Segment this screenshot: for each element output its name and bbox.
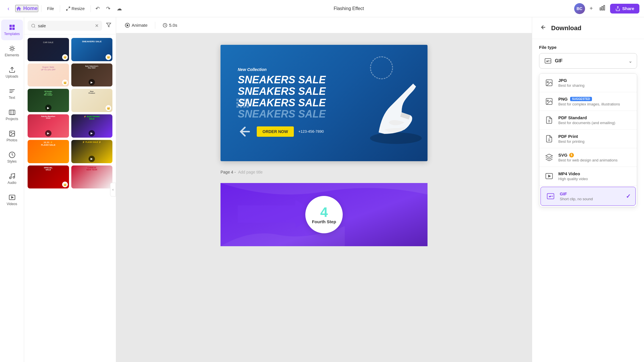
template-thumb-11[interactable]: SPECIALSALE 👑 (28, 165, 69, 189)
page-title-input[interactable]: Add page title (238, 170, 263, 174)
jpg-option-icon (544, 78, 554, 88)
download-body: File type GIF ⌄ JPG Best for sharing (532, 39, 644, 217)
sidebar-photos-label: Photos (7, 138, 17, 142)
play-btn-7[interactable]: ▶ (45, 130, 51, 136)
search-input[interactable] (38, 23, 93, 28)
projects-icon (9, 109, 16, 116)
sneakers-line1: SNEAKERS SALE (238, 74, 326, 86)
back-nav-button[interactable]: ‹ (5, 3, 12, 14)
videos-icon (9, 194, 16, 201)
filetype-option-jpg[interactable]: JPG Best for sharing (539, 74, 637, 92)
order-now-button[interactable]: ORDER NOW (257, 126, 294, 137)
mp4-option-icon (544, 171, 554, 181)
filetype-option-mp4[interactable]: MP4 Video High quality video (539, 167, 637, 186)
mp4-desc: High quality video (558, 177, 632, 181)
templates-icon (9, 24, 16, 31)
filetype-option-pdf-standard[interactable]: PDF Standard Best for documents (and ema… (539, 111, 637, 130)
topbar-divider (41, 5, 41, 12)
template-thumb-7[interactable]: Raksha BandhanSALE ▶ (28, 114, 69, 138)
uploads-icon (9, 66, 16, 73)
sidebar-item-elements[interactable]: Elements (1, 41, 23, 61)
clock-icon (163, 23, 167, 28)
pdf-print-option-icon (544, 134, 554, 144)
text-icon (9, 88, 16, 95)
back-arrow-icon (540, 24, 547, 30)
pro-badge-11: 👑 (62, 182, 68, 187)
search-area: ✕ (24, 17, 116, 34)
template-thumb-1[interactable]: CAR SALE 👑 (28, 38, 69, 61)
fourth-step-slide[interactable]: 4 Fourth Step (221, 183, 428, 246)
gif-name: GIF (560, 191, 622, 196)
topbar-divider3 (91, 5, 91, 12)
page-number-label: Page 4 - (221, 170, 236, 174)
filter-button[interactable] (104, 21, 113, 31)
template-thumb-5[interactable]: All booksare only99c today! ▶ (28, 89, 69, 112)
play-btn-4[interactable]: ▶ (89, 79, 95, 85)
pro-badge-3: 👑 (62, 80, 68, 85)
styles-icon (9, 151, 16, 158)
template-thumb-6[interactable]: NewProduct 👑 (71, 89, 113, 112)
sidebar-elements-label: Elements (5, 53, 19, 57)
svg-rect-3 (9, 25, 12, 27)
svg-point-7 (11, 47, 13, 50)
svg-rect-2 (604, 5, 605, 10)
filetype-option-svg[interactable]: SVG $ Best for web design and animations (539, 148, 637, 167)
pdf-standard-option-icon (544, 115, 554, 125)
template-thumb-2[interactable]: SNEAKERS SALE 👑 (71, 38, 113, 61)
filetype-option-png[interactable]: PNG SUGGESTED Best for complex images, i… (539, 92, 637, 111)
filter-icon (106, 22, 111, 28)
file-button[interactable]: File (44, 4, 57, 13)
png-name: PNG SUGGESTED (558, 97, 632, 101)
play-btn-8[interactable]: ▶ (89, 130, 95, 136)
add-collaborator-button[interactable]: + (588, 3, 595, 14)
sidebar-item-styles[interactable]: Styles (1, 147, 23, 168)
canvas-scroll[interactable]: New Collection SNEAKERS SALE SNEAKERS SA… (116, 33, 532, 362)
sidebar-item-photos[interactable]: Photos (1, 126, 23, 147)
resize-button[interactable]: Resize (63, 4, 88, 13)
redo-button[interactable]: ↷ (104, 4, 112, 14)
play-btn-10[interactable]: ▶ (89, 156, 95, 162)
download-back-button[interactable] (539, 23, 548, 33)
sneakers-line3: SNEAKERS SALE (238, 97, 326, 109)
analytics-button[interactable] (597, 3, 607, 14)
sidebar-item-projects[interactable]: Projects (1, 105, 23, 125)
filetype-option-pdf-print[interactable]: PDF Print Best for printing (539, 130, 637, 148)
clear-search-button[interactable]: ✕ (95, 23, 99, 28)
undo-button[interactable]: ↶ (94, 4, 101, 14)
home-label: Home (23, 5, 38, 11)
play-btn-5[interactable]: ▶ (45, 105, 51, 111)
audio-icon (9, 173, 16, 180)
pdf-print-option-text: PDF Print Best for printing (558, 134, 632, 144)
template-thumb-10[interactable]: ⚡ FLASH SALE ⚡ ▶ (71, 140, 113, 163)
sidebar-item-uploads[interactable]: Uploads (1, 62, 23, 83)
template-thumb-9[interactable]: 11.11 ⚡FLASH SALE (28, 140, 69, 163)
duration-button[interactable]: 5.0s (160, 21, 180, 29)
chevron-down-icon: ⌄ (628, 58, 632, 64)
svg-rect-5 (9, 28, 12, 30)
template-thumb-12[interactable]: CHINESENEW YEAR (71, 165, 113, 189)
avatar-button[interactable]: BC (574, 3, 585, 14)
svg-paid-icon: $ (569, 153, 574, 157)
filetype-select-dropdown[interactable]: GIF ⌄ (539, 53, 637, 69)
sidebar-item-text[interactable]: Text (1, 83, 23, 104)
gif-select-icon (544, 57, 552, 65)
sidebar-item-templates[interactable]: Templates (1, 20, 23, 40)
sneakers-slide[interactable]: New Collection SNEAKERS SALE SNEAKERS SA… (221, 45, 428, 161)
sidebar-item-audio[interactable]: Audio (1, 168, 23, 189)
cloud-button[interactable]: ☁ (115, 4, 124, 14)
share-button[interactable]: Share (610, 4, 639, 14)
fourth-number: 4 (320, 205, 328, 219)
hide-panel-button[interactable]: ‹ (110, 183, 116, 197)
templates-panel: ✕ CAR SALE 👑 SNEAKERS SALE 👑 Super SaleU… (24, 17, 116, 362)
home-button[interactable]: Home (15, 5, 38, 12)
animate-button[interactable]: Animate (122, 21, 150, 30)
template-thumb-8[interactable]: ⚡ ELECTRONICSALE ▶ (71, 114, 113, 138)
topbar-right: BC + Share (574, 3, 639, 14)
svg-rect-8 (9, 110, 15, 115)
template-thumb-4[interactable]: Epic Valentine'sDay Sale! ▶ (71, 63, 113, 87)
template-thumb-3[interactable]: Super SaleUP TO 10% OFF 👑 (28, 63, 69, 87)
sidebar: Templates Elements Uploads Text Projects… (0, 17, 24, 362)
pdf-print-name: PDF Print (558, 134, 632, 139)
sidebar-item-videos[interactable]: Videos (1, 190, 23, 210)
filetype-option-gif[interactable]: GIF Short clip, no sound ✓ (540, 187, 636, 206)
